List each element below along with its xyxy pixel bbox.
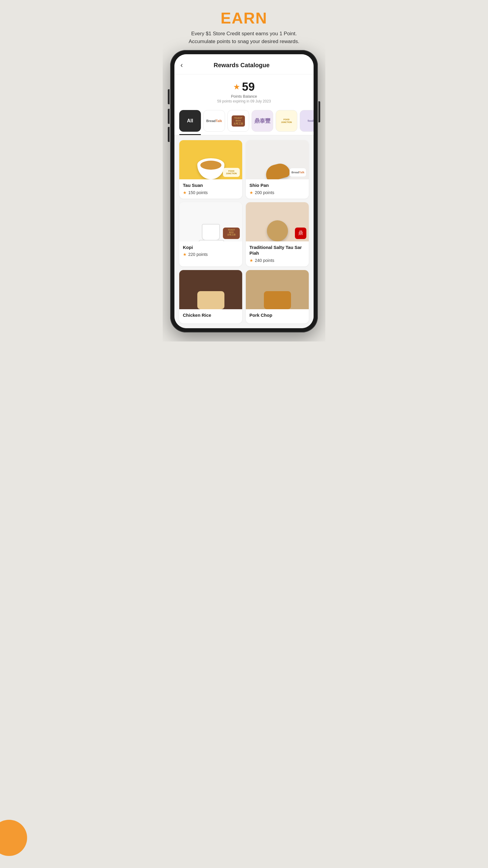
pork-art: [264, 291, 291, 309]
tau-suan-points: ★ 150 points: [183, 190, 238, 195]
points-star-icon: ★: [183, 190, 187, 195]
product-card-chicken-rice[interactable]: Chicken Rice: [179, 270, 242, 324]
chicken-rice-image-wrapper: [179, 270, 242, 309]
pork-chop-info: Pork Chop: [246, 309, 309, 324]
kopi-name: Kopi: [183, 244, 238, 250]
tau-sar-piah-image-wrapper: 鼎: [246, 202, 309, 241]
dintaifung-label: 鼎泰豐: [254, 117, 270, 124]
points-star-icon: ★: [250, 258, 253, 263]
kopi-info: Kopi ★ 220 points: [179, 241, 242, 261]
toastbox-badge: TOASTBOX土司工坊: [223, 227, 240, 239]
tau-sar-piah-brand: 鼎: [295, 227, 306, 239]
points-section: ★ 59 Points Balance 59 points expiring i…: [174, 74, 314, 106]
tau-suan-info: Tau Suan ★ 150 points: [179, 179, 242, 198]
earn-title: EARN: [169, 10, 319, 27]
croissant-art: [264, 161, 291, 180]
cup-art: [202, 224, 220, 241]
star-icon: ★: [233, 82, 240, 92]
chicken-rice-info: Chicken Rice: [179, 309, 242, 324]
products-grid: FOODJUNCTION Tau Suan ★ 150 points: [174, 135, 314, 328]
dintaifung-badge: 鼎: [295, 227, 306, 239]
pork-chop-image-wrapper: [246, 270, 309, 309]
page-header: EARN Every $1 Store Credit spent earns y…: [163, 0, 325, 50]
tau-sar-piah-name: Traditional Salty Tau Sar Piah: [250, 244, 305, 256]
product-card-kopi[interactable]: TOASTBOX土司工坊 Kopi ★ 220 points: [179, 202, 242, 267]
shio-pan-info: Shio Pan ★ 200 points: [246, 179, 309, 198]
screen-title: Rewards Catalogue: [186, 62, 297, 69]
piah-art: [267, 220, 288, 241]
phone-screen: ‹ Rewards Catalogue ★ 59 Points Balance …: [174, 54, 314, 328]
tau-sar-piah-points: ★ 240 points: [250, 258, 305, 263]
tab-dintaifung[interactable]: 鼎泰豐: [252, 110, 273, 132]
shio-pan-image-wrapper: BreadTalk: [246, 140, 309, 179]
shio-pan-points: ★ 200 points: [250, 190, 305, 195]
tab-foodjunction[interactable]: FOODJUNCTION: [275, 110, 297, 132]
food-label: food: [307, 119, 314, 122]
filter-tabs: All BreadTalk TOASTBOX土司工坊 鼎泰豐 FOODJUNCT…: [174, 106, 314, 132]
pork-chop-image: [246, 270, 309, 309]
points-expiry: 59 points expiring in 09 July 2023: [181, 99, 307, 103]
toastbox-label: TOASTBOX土司工坊: [232, 116, 245, 127]
shio-pan-brand: BreadTalk: [290, 168, 306, 177]
kopi-points: ★ 220 points: [183, 252, 238, 257]
breadtalk-badge: BreadTalk: [290, 168, 306, 177]
pork-chop-name: Pork Chop: [250, 312, 305, 318]
app-header: ‹ Rewards Catalogue: [174, 54, 314, 74]
chicken-rice-image: [179, 270, 242, 309]
tab-food[interactable]: food: [300, 110, 314, 132]
points-label: Points Balance: [181, 94, 307, 98]
foodjunction-label: FOODJUNCTION: [281, 118, 292, 124]
product-card-tau-sar-piah[interactable]: 鼎 Traditional Salty Tau Sar Piah ★ 240 p…: [246, 202, 309, 267]
product-card-tau-suan[interactable]: FOODJUNCTION Tau Suan ★ 150 points: [179, 140, 242, 198]
foodjunction-badge: FOODJUNCTION: [223, 168, 240, 177]
kopi-brand: TOASTBOX土司工坊: [223, 227, 240, 239]
earn-subtitle: Every $1 Store Credit spent earns you 1 …: [169, 30, 319, 45]
tab-all[interactable]: All: [179, 110, 201, 132]
tau-suan-name: Tau Suan: [183, 182, 238, 188]
kopi-image-wrapper: TOASTBOX土司工坊: [179, 202, 242, 241]
back-button[interactable]: ‹: [181, 61, 183, 69]
chicken-art: [197, 291, 224, 309]
tau-sar-piah-info: Traditional Salty Tau Sar Piah ★ 240 poi…: [246, 241, 309, 267]
breadtalk-label: BreadTalk: [206, 119, 222, 123]
product-card-shio-pan[interactable]: BreadTalk Shio Pan ★ 200 points: [246, 140, 309, 198]
points-amount: ★ 59: [181, 81, 307, 93]
shio-pan-name: Shio Pan: [250, 182, 305, 188]
tau-suan-image-wrapper: FOODJUNCTION: [179, 140, 242, 179]
tab-breadtalk[interactable]: BreadTalk: [203, 110, 225, 132]
points-star-icon: ★: [183, 252, 187, 257]
bowl-art: [197, 158, 224, 179]
points-number: 59: [242, 81, 255, 93]
product-card-pork-chop[interactable]: Pork Chop: [246, 270, 309, 324]
points-star-icon: ★: [250, 190, 253, 195]
tab-toastbox[interactable]: TOASTBOX土司工坊: [227, 110, 249, 132]
phone-frame: ‹ Rewards Catalogue ★ 59 Points Balance …: [170, 50, 318, 333]
chicken-rice-name: Chicken Rice: [183, 312, 238, 318]
tab-indicator-row: [174, 132, 314, 135]
tau-suan-brand: FOODJUNCTION: [223, 168, 240, 177]
